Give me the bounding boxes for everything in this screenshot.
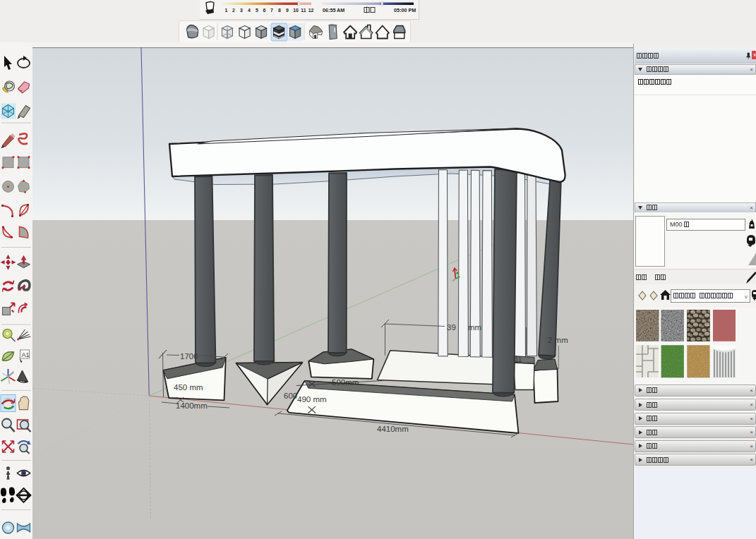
svg-text:05:00 PM: 05:00 PM xyxy=(394,7,416,13)
svg-text:1400mm: 1400mm xyxy=(176,401,208,410)
svg-text:4410mm: 4410mm xyxy=(377,425,409,433)
svg-text:7: 7 xyxy=(270,8,273,13)
svg-text:8: 8 xyxy=(278,8,281,13)
svg-text:11: 11 xyxy=(515,356,522,363)
svg-text:12: 12 xyxy=(308,8,314,13)
svg-text:A1: A1 xyxy=(22,351,30,358)
svg-text:11: 11 xyxy=(301,8,306,13)
svg-text:450 mm: 450 mm xyxy=(174,383,203,392)
svg-text:1700: 1700 xyxy=(180,352,198,361)
svg-text:4: 4 xyxy=(248,8,251,13)
svg-text:06:55 AM: 06:55 AM xyxy=(323,7,344,13)
svg-text:6: 6 xyxy=(263,8,266,13)
svg-text:10: 10 xyxy=(293,8,299,13)
svg-text:500mm: 500mm xyxy=(332,378,359,387)
svg-text:1: 1 xyxy=(225,8,228,13)
svg-text:2 mm: 2 mm xyxy=(548,336,568,344)
svg-text:5: 5 xyxy=(256,8,258,13)
svg-text:490 mm: 490 mm xyxy=(297,395,327,404)
svg-text:9: 9 xyxy=(286,8,289,13)
svg-text:mm: mm xyxy=(468,323,481,332)
svg-text:2: 2 xyxy=(232,8,235,13)
svg-text:39: 39 xyxy=(447,323,456,332)
svg-text:3: 3 xyxy=(240,8,243,13)
svg-text:600: 600 xyxy=(284,392,297,400)
